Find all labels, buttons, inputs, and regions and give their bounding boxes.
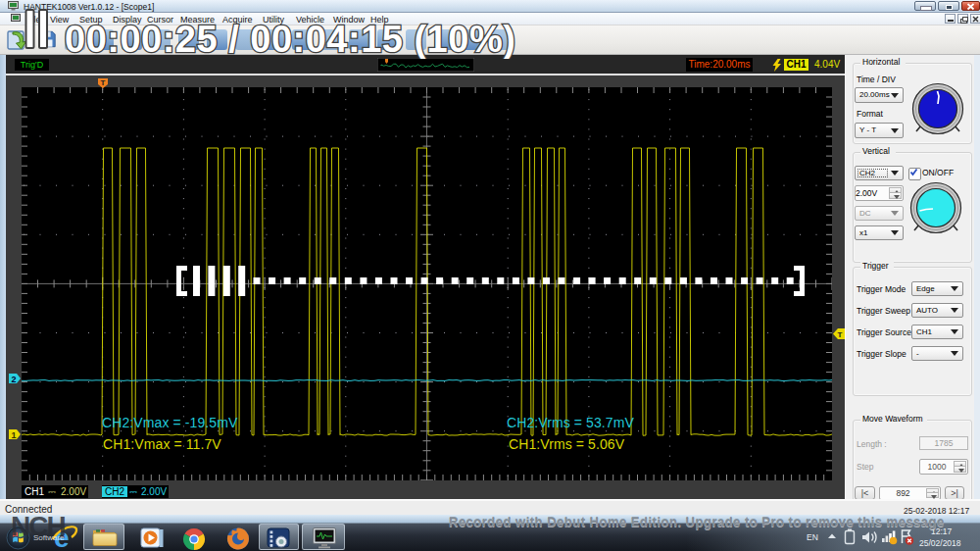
svg-text:T: T bbox=[838, 330, 843, 339]
svg-text:1: 1 bbox=[11, 430, 16, 440]
svg-text:00:00:25 / 00:04:15 (10%): 00:00:25 / 00:04:15 (10%) bbox=[65, 19, 515, 60]
svg-text:2: 2 bbox=[11, 375, 16, 384]
svg-text:T: T bbox=[101, 78, 106, 87]
